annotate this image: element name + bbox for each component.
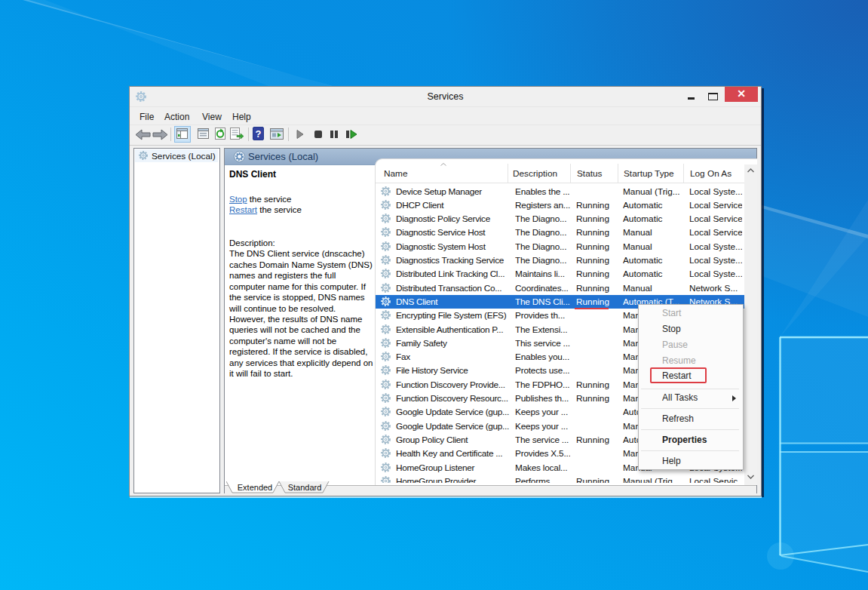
svg-text:Standard: Standard	[288, 483, 322, 492]
svg-text:?: ?	[256, 128, 262, 140]
svg-text:Extended: Extended	[238, 483, 272, 492]
